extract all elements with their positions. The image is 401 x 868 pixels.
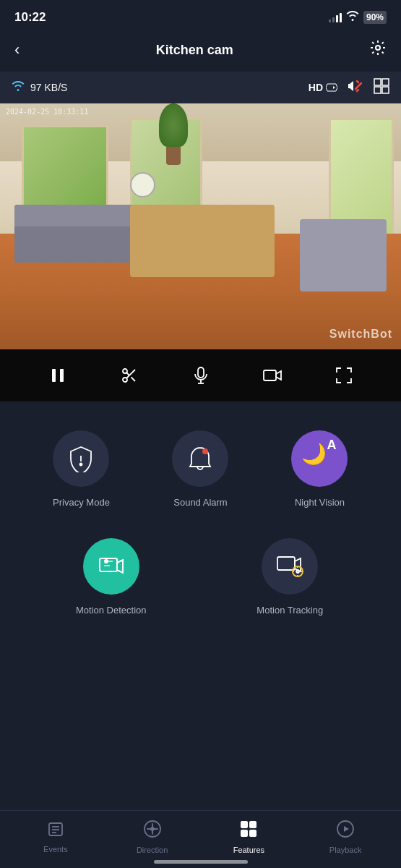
svg-line-11 — [126, 373, 129, 375]
microphone-button[interactable] — [185, 359, 217, 391]
back-button[interactable]: ‹ — [14, 41, 20, 59]
features-icon — [239, 820, 258, 843]
features-section: Privacy Mode Sound Alarm 🌙 A — [0, 401, 401, 649]
video-button[interactable] — [256, 359, 288, 391]
events-icon — [47, 820, 64, 842]
status-time: 10:22 — [14, 10, 46, 25]
svg-point-17 — [80, 464, 82, 466]
sound-alarm-button[interactable]: Sound Alarm — [141, 419, 260, 527]
svg-rect-2 — [382, 79, 389, 85]
status-bar: 10:22 90 % — [0, 0, 401, 32]
scissors-button[interactable] — [113, 359, 145, 391]
direction-icon — [143, 820, 162, 843]
svg-point-23 — [296, 570, 299, 573]
wifi-icon — [346, 11, 359, 24]
svg-rect-5 — [52, 369, 56, 382]
speed-text: 97 KB/S — [30, 82, 67, 93]
hd-label: HD — [309, 82, 323, 93]
features-grid: Privacy Mode Sound Alarm 🌙 A — [22, 419, 379, 634]
fullscreen-button[interactable] — [328, 359, 360, 391]
svg-point-20 — [105, 560, 108, 563]
night-vision-button[interactable]: 🌙 A Night Vision — [260, 419, 379, 527]
svg-rect-12 — [198, 367, 204, 378]
privacy-mode-button[interactable]: Privacy Mode — [22, 419, 141, 527]
camera-feed: 2024-02-25 10:33:11 SwitchBot — [0, 103, 401, 349]
svg-point-8 — [123, 378, 127, 382]
svg-point-7 — [123, 369, 127, 373]
svg-rect-6 — [60, 369, 64, 382]
nav-direction[interactable]: Direction — [131, 820, 174, 854]
features-label: Features — [233, 846, 264, 854]
svg-point-0 — [376, 46, 380, 50]
settings-button[interactable] — [369, 39, 387, 61]
home-indicator — [154, 860, 248, 864]
svg-rect-36 — [249, 830, 256, 837]
camera-timestamp: 2024-02-25 10:33:11 — [6, 108, 88, 116]
nav-features[interactable]: Features — [227, 820, 270, 854]
mute-icon[interactable] — [348, 80, 363, 95]
playback-icon — [336, 820, 355, 843]
svg-rect-34 — [249, 821, 256, 828]
info-bar: 97 KB/S HD — [0, 72, 401, 103]
camera-controls — [0, 349, 401, 401]
svg-rect-3 — [374, 87, 381, 93]
svg-rect-21 — [277, 557, 295, 570]
motion-detection-label: Motion Detection — [76, 605, 147, 617]
events-label: Events — [43, 845, 68, 854]
privacy-mode-label: Privacy Mode — [53, 497, 110, 509]
signal-icon — [329, 12, 342, 22]
direction-label: Direction — [137, 846, 168, 854]
page-title: Kitchen cam — [156, 43, 233, 58]
nav-playback[interactable]: Playback — [324, 820, 367, 854]
svg-rect-33 — [241, 821, 248, 828]
nav-bar: ‹ Kitchen cam — [0, 32, 401, 72]
svg-rect-4 — [382, 87, 389, 93]
battery-icon: 90 % — [363, 11, 387, 24]
grid-view-icon[interactable] — [374, 78, 389, 97]
svg-rect-35 — [241, 830, 248, 837]
svg-line-10 — [131, 377, 135, 381]
motion-tracking-label: Motion Tracking — [256, 605, 323, 617]
motion-tracking-button[interactable]: Motion Tracking — [201, 527, 380, 634]
hd-button[interactable]: HD — [309, 82, 337, 93]
pause-button[interactable] — [42, 359, 74, 391]
svg-point-18 — [202, 448, 208, 454]
night-vision-label: Night Vision — [295, 497, 345, 509]
watermark: SwitchBot — [329, 328, 392, 341]
svg-rect-15 — [264, 370, 276, 380]
bottom-nav: Events Direction Features — [0, 810, 401, 868]
motion-detection-button[interactable]: Motion Detection — [22, 527, 201, 634]
svg-rect-1 — [374, 79, 381, 85]
sound-alarm-label: Sound Alarm — [173, 497, 227, 509]
wifi-status-icon — [12, 81, 25, 94]
nav-events[interactable]: Events — [34, 820, 77, 854]
playback-label: Playback — [329, 846, 362, 854]
status-icons: 90 % — [329, 11, 387, 24]
